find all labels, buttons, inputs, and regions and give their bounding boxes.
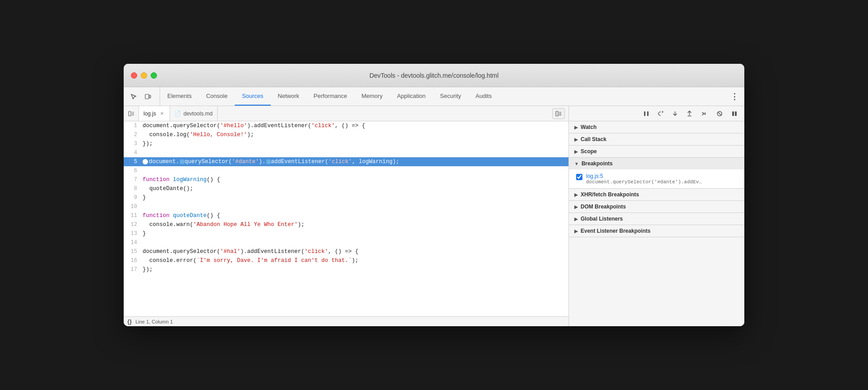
panel-toggle-button[interactable] [124,106,139,121]
devtools-window: DevTools - devtools.glitch.me/console/lo… [124,64,744,326]
breakpoints-arrow-icon: ▼ [574,161,579,166]
breakpoints-content: log.js:5 document.querySelector('#dante'… [569,169,744,188]
right-panel: ▶ Watch ▶ Call Stack ▶ Scope [569,106,744,326]
code-line-10: 10 [124,202,568,211]
section-scope: ▶ Scope [569,146,744,158]
step-into-button[interactable] [669,108,681,119]
section-xhr-fetch-header[interactable]: ▶ XHR/fetch Breakpoints [569,189,744,200]
section-breakpoints-header[interactable]: ▼ Breakpoints [569,158,744,169]
section-watch-header[interactable]: ▶ Watch [569,121,744,133]
code-line-4: 4 [124,148,568,157]
file-tab-devtoolsmd[interactable]: 📄 devtools.md [170,106,218,121]
breakpoint-location-1: log.js:5 [586,173,737,179]
code-line-7: 7 function logWarning() { [124,175,568,184]
xhr-fetch-arrow-icon: ▶ [574,192,578,197]
section-global-listeners-header[interactable]: ▶ Global Listeners [569,213,744,225]
section-call-stack-header[interactable]: ▶ Call Stack [569,133,744,145]
tab-console[interactable]: Console [199,87,235,106]
nav-tabs: Elements Console Sources Network Perform… [160,87,725,106]
tab-performance[interactable]: Performance [306,87,354,106]
file-tabs-right [552,106,568,121]
step-button[interactable] [698,108,710,119]
event-listener-arrow-icon: ▶ [574,229,578,234]
minimize-button[interactable] [141,72,147,79]
breakpoint-code-1: document.querySelector('#dante').addEv… [586,179,712,185]
watch-arrow-icon: ▶ [574,125,578,130]
step-out-button[interactable] [683,108,696,119]
more-options-button[interactable]: ⋮ [728,90,741,103]
section-call-stack: ▶ Call Stack [569,133,744,146]
close-file-tab-logjs[interactable]: ✕ [159,111,165,117]
file-tab-logjs[interactable]: log.js ✕ [139,106,170,121]
code-line-14: 14 [124,238,568,247]
section-global-listeners: ▶ Global Listeners [569,213,744,225]
device-toolbar-icon[interactable] [142,90,154,103]
code-line-9: 9 } [124,193,568,202]
section-xhr-fetch: ▶ XHR/fetch Breakpoints [569,189,744,201]
tab-application[interactable]: Application [390,87,433,106]
select-element-icon[interactable] [127,90,140,103]
deactivate-breakpoints-button[interactable] [714,108,726,119]
code-line-3: 3 }); [124,139,568,148]
traffic-lights [131,72,157,79]
global-listeners-arrow-icon: ▶ [574,217,578,222]
svg-rect-0 [145,94,149,99]
svg-rect-1 [149,95,151,98]
code-line-13: 13 } [124,229,568,238]
toolbar-right: ⋮ [725,87,741,106]
dom-breakpoints-arrow-icon: ▶ [574,204,578,209]
breakpoint-info-1: log.js:5 document.querySelector('#dante'… [586,173,737,185]
code-line-16: 16 console.error(`I'm sorry, Dave. I'm a… [124,256,568,265]
status-bar: {} Line 1, Column 1 [124,316,568,326]
breakpoint-item-1: log.js:5 document.querySelector('#dante'… [569,171,744,186]
tab-network[interactable]: Network [271,87,307,106]
tab-elements[interactable]: Elements [160,87,199,106]
svg-rect-11 [647,111,649,116]
code-line-8: 8 quoteDante(); [124,184,568,193]
section-dom-breakpoints-header[interactable]: ▶ DOM Breakpoints [569,201,744,213]
debug-toolbar [569,106,744,121]
tab-sources[interactable]: Sources [235,87,271,106]
code-line-2: 2 console.log('Hello, Console!'); [124,130,568,139]
title-bar: DevTools - devtools.glitch.me/console/lo… [124,64,744,87]
svg-rect-2 [129,111,131,116]
code-line-17: 17 }); [124,265,568,274]
toolbar-icons [127,87,160,106]
editor-panel: log.js ✕ 📄 devtools.md [124,106,569,326]
section-watch: ▶ Watch [569,121,744,133]
call-stack-arrow-icon: ▶ [574,137,578,142]
code-line-5: 5 document.querySelector('#dante').addEv… [124,157,568,166]
section-breakpoints: ▼ Breakpoints log.js:5 document.querySel… [569,158,744,189]
maximize-button[interactable] [151,72,157,79]
tab-memory[interactable]: Memory [354,87,390,106]
code-line-6: 6 [124,166,568,175]
code-line-11: 11 function quoteDante() { [124,211,568,220]
section-scope-header[interactable]: ▶ Scope [569,146,744,157]
section-event-listener-breakpoints-header[interactable]: ▶ Event Listener Breakpoints [569,225,744,237]
tab-audits[interactable]: Audits [468,87,499,106]
svg-rect-10 [644,111,645,116]
svg-rect-19 [735,111,737,116]
section-event-listener-breakpoints: ▶ Event Listener Breakpoints [569,225,744,237]
main-area: log.js ✕ 📄 devtools.md [124,106,744,326]
close-button[interactable] [131,72,137,79]
pause-on-exceptions-button[interactable] [728,108,741,119]
scope-arrow-icon: ▶ [574,149,578,154]
code-line-1: 1 document.querySelector('#hello').addEv… [124,121,568,130]
code-line-12: 12 console.warn('Abandon Hope All Ye Who… [124,220,568,229]
right-panel-content: ▶ Watch ▶ Call Stack ▶ Scope [569,121,744,326]
svg-line-17 [718,112,721,115]
window-title: DevTools - devtools.glitch.me/console/lo… [369,72,498,79]
format-status-icon: {} [127,318,132,325]
pause-resume-button[interactable] [640,108,653,119]
code-editor[interactable]: 1 document.querySelector('#hello').addEv… [124,121,568,316]
svg-rect-18 [732,111,734,116]
nav-toolbar: Elements Console Sources Network Perform… [124,87,744,106]
breakpoint-checkbox-1[interactable] [576,174,582,180]
code-line-15: 15 document.querySelector('#hal').addEve… [124,247,568,256]
cursor-position: Line 1, Column 1 [135,319,173,324]
format-button[interactable] [552,108,565,119]
step-over-button[interactable] [654,108,667,119]
tab-security[interactable]: Security [433,87,468,106]
svg-rect-6 [556,111,558,116]
